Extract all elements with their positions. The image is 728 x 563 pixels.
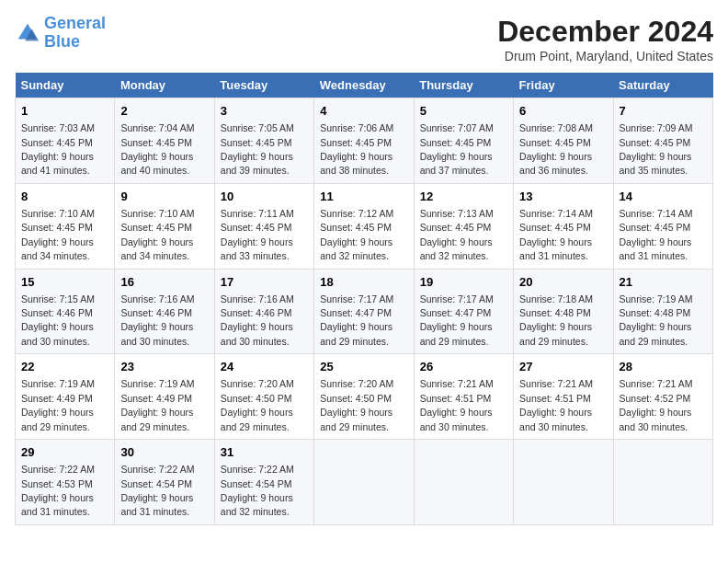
day-info: Sunrise: 7:18 AMSunset: 4:48 PMDaylight:… (519, 293, 593, 347)
calendar-week-2: 8 Sunrise: 7:10 AMSunset: 4:45 PMDayligh… (16, 183, 713, 269)
day-number: 3 (221, 103, 308, 120)
title-block: December 2024 Drum Point, Maryland, Unit… (497, 15, 713, 63)
calendar-cell: 25 Sunrise: 7:20 AMSunset: 4:50 PMDaylig… (314, 354, 414, 440)
day-number: 17 (221, 274, 308, 291)
day-info: Sunrise: 7:19 AMSunset: 4:48 PMDaylight:… (620, 293, 693, 347)
calendar-cell: 23 Sunrise: 7:19 AMSunset: 4:49 PMDaylig… (115, 354, 214, 440)
day-info: Sunrise: 7:16 AMSunset: 4:46 PMDaylight:… (120, 293, 194, 347)
day-number: 13 (519, 189, 607, 205)
calendar-cell: 13 Sunrise: 7:14 AMSunset: 4:45 PMDaylig… (514, 183, 613, 269)
day-info: Sunrise: 7:14 AMSunset: 4:45 PMDaylight:… (620, 208, 693, 261)
day-number: 22 (21, 359, 108, 375)
calendar-cell: 28 Sunrise: 7:21 AMSunset: 4:52 PMDaylig… (613, 354, 712, 440)
day-number: 16 (120, 274, 208, 291)
calendar-cell: 5 Sunrise: 7:07 AMSunset: 4:45 PMDayligh… (414, 98, 513, 184)
day-info: Sunrise: 7:06 AMSunset: 4:45 PMDaylight:… (320, 122, 393, 176)
day-info: Sunrise: 7:10 AMSunset: 4:45 PMDaylight:… (120, 208, 194, 261)
calendar-cell: 26 Sunrise: 7:21 AMSunset: 4:51 PMDaylig… (414, 354, 513, 440)
calendar-cell: 4 Sunrise: 7:06 AMSunset: 4:45 PMDayligh… (314, 98, 414, 184)
day-number: 31 (221, 444, 308, 461)
header-day-thursday: Thursday (414, 73, 513, 98)
calendar-cell: 31 Sunrise: 7:22 AMSunset: 4:54 PMDaylig… (214, 440, 313, 525)
day-number: 21 (620, 274, 707, 291)
day-info: Sunrise: 7:04 AMSunset: 4:45 PMDaylight:… (120, 122, 194, 176)
logo-text: General Blue (44, 15, 106, 52)
calendar-week-3: 15 Sunrise: 7:15 AMSunset: 4:46 PMDaylig… (16, 269, 713, 354)
day-number: 11 (320, 189, 407, 205)
day-info: Sunrise: 7:07 AMSunset: 4:45 PMDaylight:… (420, 122, 494, 176)
main-title: December 2024 (497, 15, 713, 49)
day-info: Sunrise: 7:16 AMSunset: 4:46 PMDaylight:… (221, 293, 294, 347)
calendar-week-5: 29 Sunrise: 7:22 AMSunset: 4:53 PMDaylig… (16, 440, 713, 525)
logo-line1: General (44, 14, 106, 32)
day-info: Sunrise: 7:20 AMSunset: 4:50 PMDaylight:… (221, 378, 294, 431)
calendar-cell: 22 Sunrise: 7:19 AMSunset: 4:49 PMDaylig… (16, 354, 115, 440)
calendar-header-row: SundayMondayTuesdayWednesdayThursdayFrid… (16, 73, 713, 98)
day-number: 30 (120, 444, 208, 461)
day-info: Sunrise: 7:05 AMSunset: 4:45 PMDaylight:… (221, 122, 294, 176)
header-day-sunday: Sunday (16, 73, 115, 98)
calendar-cell: 11 Sunrise: 7:12 AMSunset: 4:45 PMDaylig… (314, 183, 414, 269)
header-day-tuesday: Tuesday (214, 73, 313, 98)
day-info: Sunrise: 7:17 AMSunset: 4:47 PMDaylight:… (320, 293, 393, 347)
day-number: 2 (120, 103, 208, 120)
calendar-cell: 8 Sunrise: 7:10 AMSunset: 4:45 PMDayligh… (16, 183, 115, 269)
day-number: 20 (519, 274, 607, 291)
calendar-cell (613, 440, 712, 525)
day-number: 7 (620, 103, 707, 120)
day-info: Sunrise: 7:21 AMSunset: 4:52 PMDaylight:… (620, 378, 693, 431)
day-number: 5 (420, 103, 507, 120)
day-info: Sunrise: 7:15 AMSunset: 4:46 PMDaylight:… (21, 293, 95, 347)
day-info: Sunrise: 7:21 AMSunset: 4:51 PMDaylight:… (420, 378, 494, 431)
day-number: 27 (519, 359, 607, 375)
calendar-cell (514, 440, 613, 525)
header-day-monday: Monday (115, 73, 214, 98)
day-number: 19 (420, 274, 507, 291)
calendar-cell: 6 Sunrise: 7:08 AMSunset: 4:45 PMDayligh… (514, 98, 613, 184)
day-info: Sunrise: 7:20 AMSunset: 4:50 PMDaylight:… (320, 378, 393, 431)
calendar-cell: 20 Sunrise: 7:18 AMSunset: 4:48 PMDaylig… (514, 269, 613, 354)
day-info: Sunrise: 7:13 AMSunset: 4:45 PMDaylight:… (420, 208, 494, 261)
day-number: 25 (320, 359, 407, 375)
day-info: Sunrise: 7:14 AMSunset: 4:45 PMDaylight:… (519, 208, 593, 261)
day-number: 12 (420, 189, 507, 205)
calendar-table: SundayMondayTuesdayWednesdayThursdayFrid… (15, 73, 713, 525)
day-info: Sunrise: 7:09 AMSunset: 4:45 PMDaylight:… (620, 122, 693, 176)
day-info: Sunrise: 7:12 AMSunset: 4:45 PMDaylight:… (320, 208, 393, 261)
day-info: Sunrise: 7:21 AMSunset: 4:51 PMDaylight:… (519, 378, 593, 431)
calendar-cell: 27 Sunrise: 7:21 AMSunset: 4:51 PMDaylig… (514, 354, 613, 440)
day-number: 8 (21, 189, 108, 205)
logo-icon (15, 20, 40, 46)
day-number: 24 (221, 359, 308, 375)
day-number: 29 (21, 444, 108, 461)
day-number: 15 (21, 274, 108, 291)
logo-line2: Blue (44, 32, 80, 51)
calendar-cell: 16 Sunrise: 7:16 AMSunset: 4:46 PMDaylig… (115, 269, 214, 354)
calendar-cell: 10 Sunrise: 7:11 AMSunset: 4:45 PMDaylig… (214, 183, 313, 269)
day-number: 14 (620, 189, 707, 205)
day-number: 23 (120, 359, 208, 375)
day-info: Sunrise: 7:19 AMSunset: 4:49 PMDaylight:… (120, 378, 194, 431)
day-number: 28 (620, 359, 707, 375)
calendar-cell: 1 Sunrise: 7:03 AMSunset: 4:45 PMDayligh… (16, 98, 115, 184)
header-day-friday: Friday (514, 73, 613, 98)
header: General Blue December 2024 Drum Point, M… (15, 15, 713, 63)
calendar-week-4: 22 Sunrise: 7:19 AMSunset: 4:49 PMDaylig… (16, 354, 713, 440)
logo: General Blue (15, 15, 106, 52)
calendar-cell: 21 Sunrise: 7:19 AMSunset: 4:48 PMDaylig… (613, 269, 712, 354)
day-info: Sunrise: 7:19 AMSunset: 4:49 PMDaylight:… (21, 378, 95, 431)
calendar-cell: 9 Sunrise: 7:10 AMSunset: 4:45 PMDayligh… (115, 183, 214, 269)
day-number: 18 (320, 274, 407, 291)
calendar-cell: 24 Sunrise: 7:20 AMSunset: 4:50 PMDaylig… (214, 354, 313, 440)
day-info: Sunrise: 7:08 AMSunset: 4:45 PMDaylight:… (519, 122, 593, 176)
day-info: Sunrise: 7:11 AMSunset: 4:45 PMDaylight:… (221, 208, 294, 261)
calendar-cell: 3 Sunrise: 7:05 AMSunset: 4:45 PMDayligh… (214, 98, 313, 184)
day-number: 10 (221, 189, 308, 205)
calendar-cell (314, 440, 414, 525)
day-number: 26 (420, 359, 507, 375)
day-info: Sunrise: 7:17 AMSunset: 4:47 PMDaylight:… (420, 293, 494, 347)
calendar-cell: 2 Sunrise: 7:04 AMSunset: 4:45 PMDayligh… (115, 98, 214, 184)
calendar-week-1: 1 Sunrise: 7:03 AMSunset: 4:45 PMDayligh… (16, 98, 713, 184)
calendar-cell: 12 Sunrise: 7:13 AMSunset: 4:45 PMDaylig… (414, 183, 513, 269)
header-day-wednesday: Wednesday (314, 73, 414, 98)
